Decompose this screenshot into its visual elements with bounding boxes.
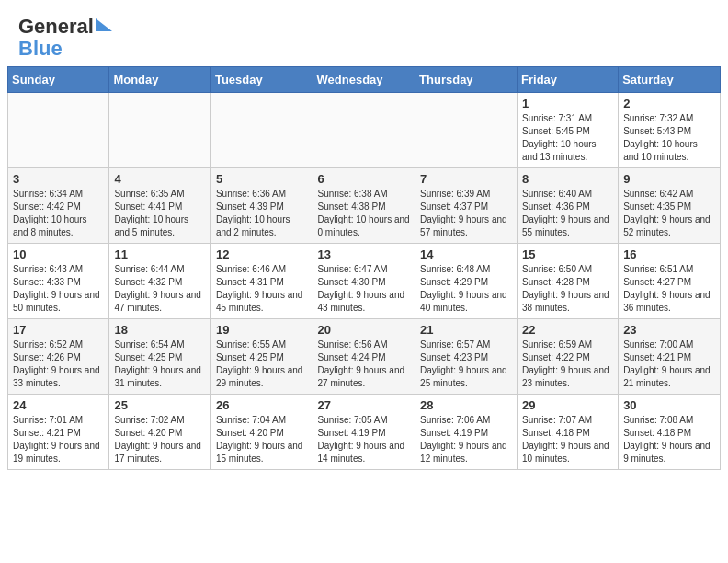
day-info: Sunrise: 7:00 AM Sunset: 4:21 PM Dayligh… <box>623 339 715 390</box>
day-number: 14 <box>420 247 512 261</box>
logo-arrow <box>96 18 112 31</box>
day-number: 21 <box>420 323 512 337</box>
calendar-cell: 26Sunrise: 7:04 AM Sunset: 4:20 PM Dayli… <box>210 395 313 470</box>
day-info: Sunrise: 6:39 AM Sunset: 4:37 PM Dayligh… <box>420 188 512 239</box>
calendar-cell <box>415 93 518 168</box>
day-number: 24 <box>13 398 104 412</box>
day-info: Sunrise: 6:54 AM Sunset: 4:25 PM Dayligh… <box>114 339 206 390</box>
logo-blue: Blue <box>18 39 112 59</box>
day-number: 1 <box>522 97 613 110</box>
day-info: Sunrise: 6:40 AM Sunset: 4:36 PM Dayligh… <box>522 188 613 239</box>
calendar-cell: 29Sunrise: 7:07 AM Sunset: 4:18 PM Dayli… <box>518 395 619 470</box>
calendar-cell: 13Sunrise: 6:47 AM Sunset: 4:30 PM Dayli… <box>313 244 415 319</box>
day-number: 23 <box>623 323 715 337</box>
day-info: Sunrise: 6:34 AM Sunset: 4:42 PM Dayligh… <box>13 188 104 239</box>
day-info: Sunrise: 6:46 AM Sunset: 4:31 PM Dayligh… <box>216 263 308 315</box>
day-info: Sunrise: 6:38 AM Sunset: 4:38 PM Dayligh… <box>318 188 411 239</box>
day-number: 7 <box>420 172 512 186</box>
calendar-cell <box>210 93 313 168</box>
calendar-cell: 30Sunrise: 7:08 AM Sunset: 4:18 PM Dayli… <box>619 395 721 470</box>
calendar-cell: 16Sunrise: 6:51 AM Sunset: 4:27 PM Dayli… <box>619 244 721 319</box>
day-number: 11 <box>114 247 206 261</box>
day-info: Sunrise: 6:47 AM Sunset: 4:30 PM Dayligh… <box>318 263 411 315</box>
calendar-cell: 10Sunrise: 6:43 AM Sunset: 4:33 PM Dayli… <box>8 244 109 319</box>
day-number: 3 <box>13 172 104 186</box>
calendar-cell: 27Sunrise: 7:05 AM Sunset: 4:19 PM Dayli… <box>313 395 415 470</box>
day-number: 20 <box>318 323 411 337</box>
day-info: Sunrise: 6:36 AM Sunset: 4:39 PM Dayligh… <box>216 188 308 239</box>
calendar-cell <box>8 93 109 168</box>
calendar-cell: 1Sunrise: 7:31 AM Sunset: 5:45 PM Daylig… <box>518 93 619 168</box>
weekday-header: Saturday <box>619 67 721 93</box>
day-info: Sunrise: 7:04 AM Sunset: 4:20 PM Dayligh… <box>216 414 308 465</box>
day-number: 15 <box>522 247 613 261</box>
day-info: Sunrise: 6:57 AM Sunset: 4:23 PM Dayligh… <box>420 339 512 390</box>
day-number: 2 <box>623 97 715 110</box>
day-info: Sunrise: 6:51 AM Sunset: 4:27 PM Dayligh… <box>623 263 715 315</box>
day-number: 17 <box>13 323 104 337</box>
day-info: Sunrise: 7:31 AM Sunset: 5:45 PM Dayligh… <box>522 112 613 164</box>
day-number: 28 <box>420 398 512 412</box>
day-info: Sunrise: 6:52 AM Sunset: 4:26 PM Dayligh… <box>13 339 104 390</box>
calendar-table: SundayMondayTuesdayWednesdayThursdayFrid… <box>7 66 721 470</box>
day-number: 29 <box>522 398 613 412</box>
calendar-cell: 21Sunrise: 6:57 AM Sunset: 4:23 PM Dayli… <box>415 319 518 395</box>
day-number: 27 <box>318 398 411 412</box>
calendar: SundayMondayTuesdayWednesdayThursdayFrid… <box>0 66 728 477</box>
day-number: 9 <box>623 172 715 186</box>
day-info: Sunrise: 7:06 AM Sunset: 4:19 PM Dayligh… <box>420 414 512 465</box>
day-number: 25 <box>114 398 206 412</box>
weekday-header: Friday <box>518 67 619 93</box>
day-number: 16 <box>623 247 715 261</box>
day-number: 8 <box>522 172 613 186</box>
weekday-header: Tuesday <box>210 67 313 93</box>
day-info: Sunrise: 6:59 AM Sunset: 4:22 PM Dayligh… <box>522 339 613 390</box>
calendar-cell: 5Sunrise: 6:36 AM Sunset: 4:39 PM Daylig… <box>210 168 313 244</box>
day-info: Sunrise: 6:42 AM Sunset: 4:35 PM Dayligh… <box>623 188 715 239</box>
calendar-cell: 23Sunrise: 7:00 AM Sunset: 4:21 PM Dayli… <box>619 319 721 395</box>
day-number: 4 <box>114 172 206 186</box>
day-info: Sunrise: 6:56 AM Sunset: 4:24 PM Dayligh… <box>318 339 411 390</box>
day-number: 12 <box>216 247 308 261</box>
day-info: Sunrise: 7:01 AM Sunset: 4:21 PM Dayligh… <box>13 414 104 465</box>
weekday-header: Monday <box>109 67 211 93</box>
calendar-cell: 6Sunrise: 6:38 AM Sunset: 4:38 PM Daylig… <box>313 168 415 244</box>
calendar-cell: 2Sunrise: 7:32 AM Sunset: 5:43 PM Daylig… <box>619 93 721 168</box>
calendar-cell: 19Sunrise: 6:55 AM Sunset: 4:25 PM Dayli… <box>210 319 313 395</box>
day-number: 10 <box>13 247 104 261</box>
day-info: Sunrise: 7:05 AM Sunset: 4:19 PM Dayligh… <box>318 414 411 465</box>
calendar-cell: 14Sunrise: 6:48 AM Sunset: 4:29 PM Dayli… <box>415 244 518 319</box>
calendar-cell: 25Sunrise: 7:02 AM Sunset: 4:20 PM Dayli… <box>109 395 211 470</box>
calendar-cell: 24Sunrise: 7:01 AM Sunset: 4:21 PM Dayli… <box>8 395 109 470</box>
calendar-cell: 28Sunrise: 7:06 AM Sunset: 4:19 PM Dayli… <box>415 395 518 470</box>
weekday-header: Wednesday <box>313 67 415 93</box>
day-number: 19 <box>216 323 308 337</box>
calendar-cell: 8Sunrise: 6:40 AM Sunset: 4:36 PM Daylig… <box>518 168 619 244</box>
calendar-cell: 12Sunrise: 6:46 AM Sunset: 4:31 PM Dayli… <box>210 244 313 319</box>
calendar-cell <box>109 93 211 168</box>
day-info: Sunrise: 6:55 AM Sunset: 4:25 PM Dayligh… <box>216 339 308 390</box>
calendar-cell: 7Sunrise: 6:39 AM Sunset: 4:37 PM Daylig… <box>415 168 518 244</box>
calendar-cell: 22Sunrise: 6:59 AM Sunset: 4:22 PM Dayli… <box>518 319 619 395</box>
weekday-header: Thursday <box>415 67 518 93</box>
calendar-cell: 11Sunrise: 6:44 AM Sunset: 4:32 PM Dayli… <box>109 244 211 319</box>
day-info: Sunrise: 7:32 AM Sunset: 5:43 PM Dayligh… <box>623 112 715 164</box>
day-info: Sunrise: 7:07 AM Sunset: 4:18 PM Dayligh… <box>522 414 613 465</box>
day-info: Sunrise: 6:43 AM Sunset: 4:33 PM Dayligh… <box>13 263 104 315</box>
day-number: 6 <box>318 172 411 186</box>
calendar-cell: 4Sunrise: 6:35 AM Sunset: 4:41 PM Daylig… <box>109 168 211 244</box>
calendar-cell: 18Sunrise: 6:54 AM Sunset: 4:25 PM Dayli… <box>109 319 211 395</box>
day-number: 22 <box>522 323 613 337</box>
weekday-header: Sunday <box>8 67 109 93</box>
day-info: Sunrise: 6:44 AM Sunset: 4:32 PM Dayligh… <box>114 263 206 315</box>
day-info: Sunrise: 7:02 AM Sunset: 4:20 PM Dayligh… <box>114 414 206 465</box>
calendar-cell: 15Sunrise: 6:50 AM Sunset: 4:28 PM Dayli… <box>518 244 619 319</box>
day-number: 26 <box>216 398 308 412</box>
calendar-cell: 20Sunrise: 6:56 AM Sunset: 4:24 PM Dayli… <box>313 319 415 395</box>
calendar-cell <box>313 93 415 168</box>
logo-general: General <box>18 15 94 39</box>
day-number: 30 <box>623 398 715 412</box>
calendar-cell: 9Sunrise: 6:42 AM Sunset: 4:35 PM Daylig… <box>619 168 721 244</box>
day-number: 5 <box>216 172 308 186</box>
day-number: 18 <box>114 323 206 337</box>
